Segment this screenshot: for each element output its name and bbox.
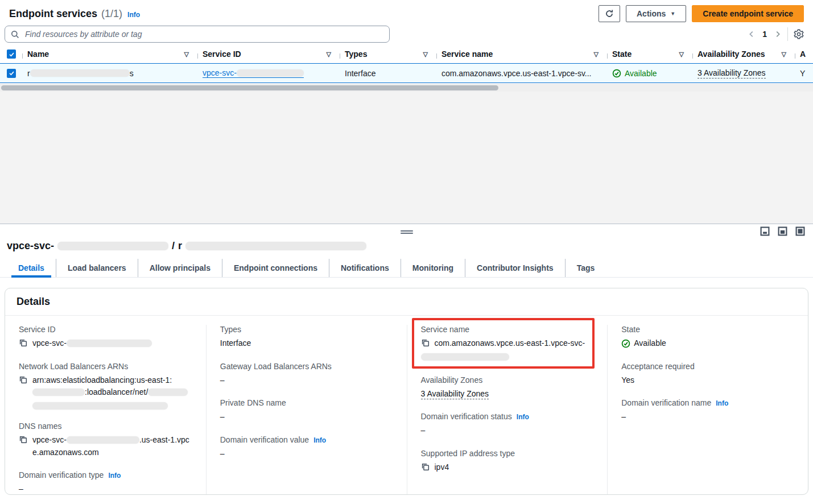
previous-page-button[interactable] [748,30,756,38]
cell-acceptance: Y [795,69,813,78]
tab-monitoring[interactable]: Monitoring [401,259,465,277]
refresh-button[interactable] [599,5,620,22]
redacted-service-id [237,69,304,77]
copy-icon[interactable] [19,435,27,444]
column-header-service-id[interactable]: Service ID ▽ [198,49,340,59]
field-private-dns-name: Private DNS name – [220,398,397,423]
field-service-id: Service ID vpce-svc- [19,325,196,350]
info-link[interactable]: Info [517,413,529,421]
split-panel-title: vpce-svc- / r [7,240,813,252]
details-card: Details Service ID vpce-svc- N [5,288,808,495]
copy-icon[interactable] [421,338,430,347]
info-link[interactable]: Info [716,399,728,407]
filter-icon[interactable]: ▽ [423,51,428,58]
field-state: State Available [621,325,798,350]
copy-icon[interactable] [19,338,27,347]
tab-notifications[interactable]: Notifications [329,259,401,277]
redacted-arn-tail [32,402,168,410]
panel-size-large-icon[interactable] [795,226,805,236]
next-page-button[interactable] [774,30,782,38]
create-endpoint-service-button[interactable]: Create endpoint service [692,5,804,22]
tab-bar: Details Load balancers Allow principals … [0,259,813,278]
field-types: Types Interface [220,325,397,350]
cell-state: Available [608,69,693,78]
details-card-heading: Details [5,288,808,316]
availability-zones-popover-trigger[interactable]: 3 Availability Zones [421,389,489,399]
table-header-row: Name ▽ Service ID ▽ Types ▽ Service name… [0,45,813,63]
select-all-checkbox[interactable] [7,49,16,59]
settings-gear-icon[interactable] [794,29,804,39]
copy-icon[interactable] [421,462,430,471]
actions-button[interactable]: Actions ▼ [626,5,686,22]
details-column-1: Service ID vpce-svc- Network Load Balanc… [5,325,206,495]
caret-down-icon: ▼ [670,11,675,16]
redacted-account-id [32,389,85,396]
select-all-checkbox-cell [0,49,23,59]
cell-types: Interface [340,69,437,78]
row-checkbox-cell [0,69,23,78]
redacted-service-id [67,340,152,347]
field-dns-names: DNS names vpce-svc-.us-east-1.vpce.amazo… [19,422,196,458]
panel-size-medium-icon[interactable] [778,226,787,236]
redacted-endpoint-name [185,242,366,250]
cell-service-name: com.amazonaws.vpce.us-east-1.vpce-sv... [437,69,608,78]
filter-icon[interactable]: ▽ [679,51,684,58]
filter-icon[interactable]: ▽ [594,51,599,58]
controls-row: 1 [0,24,813,45]
cell-service-id: vpce-svc- [198,68,340,78]
panel-size-small-icon[interactable] [760,226,770,236]
tab-allow-principals[interactable]: Allow principals [138,259,222,277]
horizontal-scrollbar-thumb[interactable] [1,85,498,90]
check-circle-icon [612,69,621,78]
search-icon [11,30,19,39]
tab-contributor-insights[interactable]: Contributor Insights [465,259,565,277]
column-header-types[interactable]: Types ▽ [340,49,437,59]
info-link[interactable]: Info [127,11,140,19]
column-header-acceptance[interactable]: A [795,49,813,59]
title-group: Endpoint services (1/1) Info [9,8,140,20]
row-checkbox[interactable] [7,69,16,78]
field-domain-verification-status: Domain verification status Info – [421,412,597,437]
redacted-service-name-id [421,353,509,361]
column-header-state[interactable]: State ▽ [608,49,693,59]
divider [787,27,788,41]
page-header: Endpoint services (1/1) Info Actions ▼ C… [0,0,813,24]
table-row[interactable]: r s vpce-svc- Interface com.amazonaws.vp… [0,63,813,83]
copy-icon[interactable] [19,375,27,384]
field-domain-verification-value: Domain verification value Info – [220,435,397,460]
column-header-name[interactable]: Name ▽ [23,49,198,59]
actions-label: Actions [637,9,666,18]
resource-count: (1/1) [101,8,122,20]
field-acceptance-required: Acceptance required Yes [621,362,798,387]
search-input[interactable] [24,29,383,39]
column-header-service-name[interactable]: Service name ▽ [437,49,608,59]
content-background [0,92,813,224]
page-title: Endpoint services [9,8,97,20]
horizontal-scrollbar [0,84,813,92]
filter-icon[interactable]: ▽ [327,51,331,58]
details-column-4: State Available Acceptance required Yes … [607,325,808,495]
service-id-link[interactable]: vpce-svc- [203,68,304,78]
cell-name: r s [23,69,198,78]
filter-icon[interactable]: ▽ [782,51,786,58]
field-glb-arns: Gateway Load Balancers ARNs – [220,362,397,387]
field-supported-ip-address-type: Supported IP address type ipv4 [421,449,597,474]
search-box[interactable] [5,26,390,43]
filter-icon[interactable]: ▽ [184,51,189,58]
split-panel-drag-handle[interactable] [401,229,413,235]
current-page-button[interactable]: 1 [761,30,768,39]
availability-zones-popover-trigger[interactable]: 3 Availability Zones [698,68,766,79]
details-column-2: Types Interface Gateway Load Balancers A… [206,325,407,495]
redacted-service-id [57,242,168,250]
tab-tags[interactable]: Tags [565,259,606,277]
tab-endpoint-connections[interactable]: Endpoint connections [222,259,329,277]
tab-details[interactable]: Details [7,259,56,277]
details-column-3: Service name com.amazonaws.vpce.us-east-… [407,325,608,495]
field-nlb-arns: Network Load Balancers ARNs arn:aws:elas… [19,362,196,410]
info-link[interactable]: Info [108,472,121,480]
info-link[interactable]: Info [313,436,326,444]
tab-load-balancers[interactable]: Load balancers [56,259,138,277]
column-header-availability-zones[interactable]: Availability Zones ▽ [693,49,795,59]
refresh-icon [605,9,614,18]
redacted-name [30,69,130,77]
